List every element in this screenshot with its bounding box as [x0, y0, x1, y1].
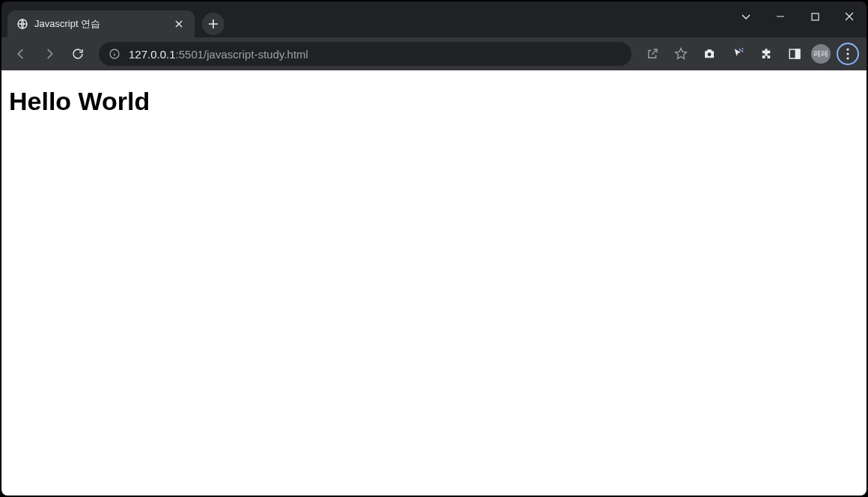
extensions-button[interactable]	[754, 42, 778, 66]
cursor-extension-icon[interactable]	[726, 42, 750, 66]
url-text: 127.0.0.1:5501/javascript-study.html	[129, 48, 623, 61]
side-panel-button[interactable]	[783, 42, 807, 66]
camera-extension-icon[interactable]	[697, 42, 721, 66]
address-bar[interactable]: 127.0.0.1:5501/javascript-study.html	[99, 42, 632, 66]
tab-title: Javascript 연습	[34, 17, 172, 31]
tab-close-button[interactable]	[172, 17, 186, 31]
tab-search-button[interactable]	[729, 1, 763, 31]
avatar-initials: 페페	[813, 49, 828, 59]
browser-window: Javascript 연습	[1, 1, 867, 496]
forward-button[interactable]	[37, 42, 61, 66]
new-tab-button[interactable]	[202, 13, 224, 35]
svg-point-3	[708, 52, 712, 56]
svg-point-7	[846, 52, 849, 55]
svg-point-6	[846, 48, 849, 50]
window-minimize-button[interactable]	[763, 1, 798, 31]
toolbar: 127.0.0.1:5501/javascript-study.html	[1, 37, 867, 70]
menu-button[interactable]	[837, 43, 859, 65]
profile-avatar[interactable]: 페페	[811, 44, 831, 64]
share-button[interactable]	[641, 42, 664, 66]
site-info-icon[interactable]	[108, 47, 121, 61]
reload-button[interactable]	[66, 42, 90, 66]
url-path: /javascript-study.html	[204, 48, 308, 61]
browser-tab[interactable]: Javascript 연습	[7, 10, 195, 37]
url-port: :5501	[176, 48, 204, 61]
page-heading: Hello World	[9, 87, 859, 116]
window-controls	[729, 1, 867, 31]
window-close-button[interactable]	[832, 1, 867, 31]
page-content: Hello World	[1, 70, 867, 496]
svg-rect-5	[796, 49, 800, 58]
url-host: 127.0.0.1	[129, 48, 176, 61]
titlebar: Javascript 연습	[1, 1, 867, 37]
bookmark-button[interactable]	[669, 42, 693, 66]
svg-rect-1	[812, 13, 819, 20]
back-button[interactable]	[9, 42, 33, 66]
globe-icon	[16, 18, 28, 30]
svg-point-8	[846, 57, 849, 59]
window-maximize-button[interactable]	[798, 1, 832, 31]
